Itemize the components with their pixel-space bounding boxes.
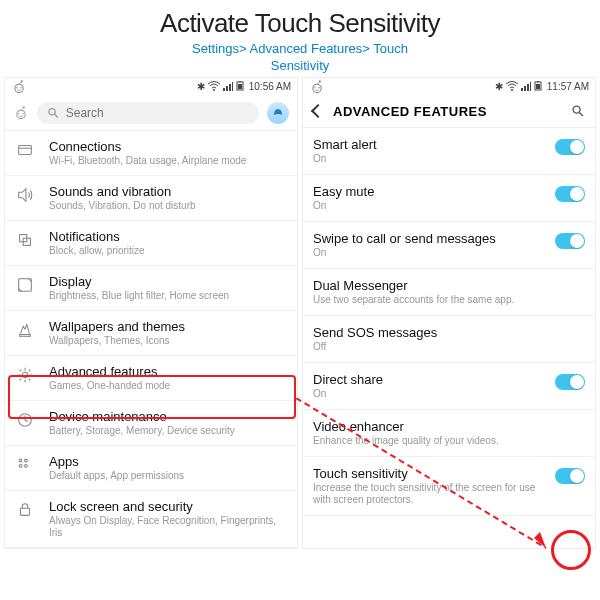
svg-rect-20 bbox=[19, 145, 32, 154]
feature-item[interactable]: Swipe to call or send messagesOn bbox=[303, 222, 595, 269]
feature-item[interactable]: Easy muteOn bbox=[303, 175, 595, 222]
item-subtitle: Default apps, App permissions bbox=[49, 470, 287, 482]
feature-item[interactable]: Touch sensitivityIncrease the touch sens… bbox=[303, 457, 595, 516]
feature-item[interactable]: Video enhancerEnhance the image quality … bbox=[303, 410, 595, 457]
item-icon bbox=[11, 139, 39, 159]
svg-point-29 bbox=[19, 464, 22, 467]
svg-rect-31 bbox=[21, 508, 30, 515]
clock-text: 10:56 AM bbox=[249, 81, 291, 92]
item-icon bbox=[11, 319, 39, 339]
battery-icon bbox=[236, 81, 246, 93]
svg-rect-23 bbox=[19, 278, 32, 291]
feature-item[interactable]: Direct shareOn bbox=[303, 363, 595, 410]
svg-rect-24 bbox=[20, 334, 31, 336]
toggle-switch[interactable] bbox=[555, 186, 585, 202]
item-title: Easy mute bbox=[313, 184, 547, 199]
feature-item[interactable]: Smart alertOn bbox=[303, 128, 595, 175]
phone-advanced: ✱ 11:57 AM ADVANCED FEATURES Smart alert… bbox=[302, 77, 596, 549]
avatar[interactable] bbox=[267, 102, 289, 124]
item-subtitle: Enhance the image quality of your videos… bbox=[313, 435, 577, 447]
item-subtitle: Battery, Storage, Memory, Device securit… bbox=[49, 425, 287, 437]
screen-title: ADVANCED FEATURES bbox=[333, 104, 487, 119]
search-row bbox=[5, 96, 297, 131]
back-icon[interactable] bbox=[311, 104, 325, 118]
search-input[interactable] bbox=[66, 106, 249, 120]
settings-item[interactable]: Device maintenanceBattery, Storage, Memo… bbox=[5, 401, 297, 446]
toggle-switch[interactable] bbox=[555, 139, 585, 155]
page-header: Activate Touch Sensitivity Settings> Adv… bbox=[0, 0, 600, 77]
toggle-switch[interactable] bbox=[555, 468, 585, 484]
search-icon[interactable] bbox=[571, 104, 585, 118]
item-title: Direct share bbox=[313, 372, 547, 387]
item-subtitle: On bbox=[313, 388, 547, 400]
item-title: Display bbox=[49, 274, 287, 289]
item-subtitle: Sounds, Vibration, Do not disturb bbox=[49, 200, 287, 212]
item-subtitle: Block, allow, prioritize bbox=[49, 245, 287, 257]
battery-icon bbox=[534, 81, 544, 93]
feature-item[interactable]: Dual MessengerUse two separate accounts … bbox=[303, 269, 595, 316]
item-title: Sounds and vibration bbox=[49, 184, 287, 199]
item-title: Swipe to call or send messages bbox=[313, 231, 547, 246]
item-subtitle: Wallpapers, Themes, Icons bbox=[49, 335, 287, 347]
item-subtitle: Always On Display, Face Recognition, Fin… bbox=[49, 515, 287, 539]
toggle-switch[interactable] bbox=[555, 374, 585, 390]
svg-rect-9 bbox=[232, 82, 233, 91]
item-icon bbox=[11, 184, 39, 204]
item-subtitle: Brightness, Blue light filter, Home scre… bbox=[49, 290, 287, 302]
svg-point-4 bbox=[21, 80, 23, 82]
settings-item[interactable]: Wallpapers and themesWallpapers, Themes,… bbox=[5, 311, 297, 356]
search-box[interactable] bbox=[37, 102, 259, 124]
phone-settings: ✱ 10:56 AM ConnectionsWi-Fi, Bluetooth, … bbox=[4, 77, 298, 549]
reddit-icon bbox=[309, 80, 325, 94]
svg-rect-43 bbox=[536, 84, 540, 89]
item-subtitle: On bbox=[313, 153, 547, 165]
settings-item[interactable]: NotificationsBlock, allow, prioritize bbox=[5, 221, 297, 266]
svg-rect-8 bbox=[229, 84, 231, 91]
svg-point-2 bbox=[20, 87, 21, 88]
svg-rect-40 bbox=[527, 84, 529, 91]
settings-item[interactable]: ConnectionsWi-Fi, Bluetooth, Data usage,… bbox=[5, 131, 297, 176]
item-subtitle: Increase the touch sensitivity of the sc… bbox=[313, 482, 547, 506]
settings-item[interactable]: Sounds and vibrationSounds, Vibration, D… bbox=[5, 176, 297, 221]
status-bar: ✱ 11:57 AM bbox=[303, 78, 595, 96]
svg-point-25 bbox=[22, 372, 27, 377]
svg-rect-44 bbox=[537, 81, 539, 82]
svg-rect-41 bbox=[530, 82, 531, 91]
svg-point-0 bbox=[15, 84, 23, 92]
feature-item[interactable]: Send SOS messagesOff bbox=[303, 316, 595, 363]
item-title: Notifications bbox=[49, 229, 287, 244]
status-bar: ✱ 10:56 AM bbox=[5, 78, 297, 96]
wifi-icon bbox=[208, 81, 220, 93]
item-title: Video enhancer bbox=[313, 419, 577, 434]
svg-rect-6 bbox=[223, 88, 225, 91]
svg-point-34 bbox=[318, 87, 319, 88]
svg-point-45 bbox=[573, 106, 580, 113]
svg-point-33 bbox=[314, 87, 315, 88]
svg-rect-39 bbox=[524, 86, 526, 91]
svg-rect-38 bbox=[521, 88, 523, 91]
settings-item[interactable]: Lock screen and securityAlways On Displa… bbox=[5, 491, 297, 548]
svg-point-13 bbox=[17, 110, 25, 118]
svg-point-14 bbox=[18, 113, 19, 114]
item-subtitle: Wi-Fi, Bluetooth, Data usage, Airplane m… bbox=[49, 155, 287, 167]
toggle-switch[interactable] bbox=[555, 233, 585, 249]
settings-item[interactable]: AppsDefault apps, App permissions bbox=[5, 446, 297, 491]
item-subtitle: On bbox=[313, 200, 547, 212]
bluetooth-icon: ✱ bbox=[197, 81, 205, 92]
item-icon bbox=[11, 499, 39, 519]
settings-list: ConnectionsWi-Fi, Bluetooth, Data usage,… bbox=[5, 131, 297, 548]
reddit-icon bbox=[11, 80, 27, 94]
item-icon bbox=[11, 364, 39, 384]
settings-item[interactable]: Advanced featuresGames, One-handed mode bbox=[5, 356, 297, 401]
item-icon bbox=[11, 409, 39, 429]
item-subtitle: Games, One-handed mode bbox=[49, 380, 287, 392]
item-icon bbox=[11, 454, 39, 474]
features-list: Smart alertOnEasy muteOnSwipe to call or… bbox=[303, 128, 595, 516]
settings-item[interactable]: DisplayBrightness, Blue light filter, Ho… bbox=[5, 266, 297, 311]
svg-rect-7 bbox=[226, 86, 228, 91]
svg-point-37 bbox=[511, 89, 513, 91]
svg-point-5 bbox=[213, 89, 215, 91]
bluetooth-icon: ✱ bbox=[495, 81, 503, 92]
item-subtitle: On bbox=[313, 247, 547, 259]
item-icon bbox=[11, 274, 39, 294]
